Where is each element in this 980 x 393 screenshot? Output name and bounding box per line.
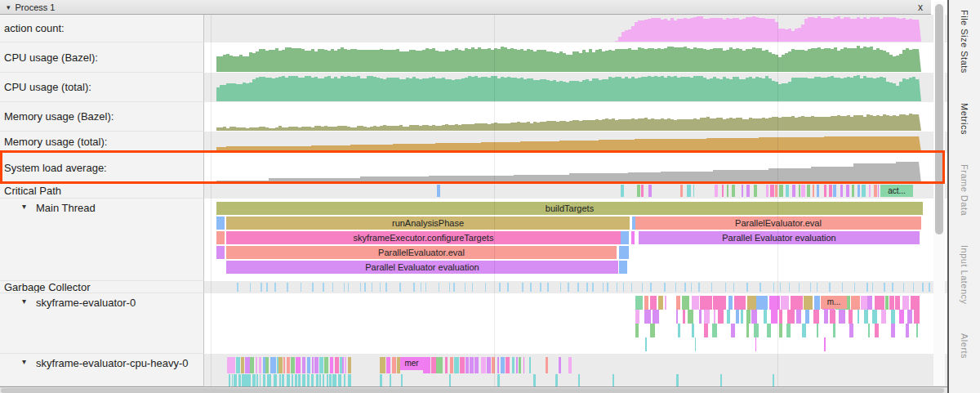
trace-span[interactable]: Parallel Evaluator evaluation	[226, 261, 618, 274]
trace-event-bar[interactable]	[279, 374, 281, 386]
trace-event-bar[interactable]	[302, 357, 305, 373]
trace-event-bar[interactable]	[250, 283, 251, 292]
trace-event-bar[interactable]	[631, 283, 632, 292]
trace-event-bar[interactable]	[533, 374, 536, 386]
trace-event-bar[interactable]	[792, 185, 795, 197]
track-label-cpu-total[interactable]: CPU usage (total):	[0, 73, 204, 102]
trace-event-bar[interactable]	[519, 357, 521, 373]
close-icon[interactable]: x	[916, 2, 924, 13]
trace-event-bar[interactable]	[911, 296, 920, 310]
trace-event-bar[interactable]	[805, 310, 809, 324]
trace-event-bar[interactable]	[829, 185, 832, 197]
trace-event-bar[interactable]	[233, 357, 235, 373]
trace-event-bar[interactable]	[767, 324, 771, 337]
trace-event-bar[interactable]	[779, 324, 782, 337]
trace-event-bar[interactable]	[474, 357, 479, 373]
collapse-triangle-icon[interactable]: ▾	[22, 297, 26, 306]
trace-span[interactable]: skyframeExecutor.configureTargets	[226, 231, 621, 244]
track-label-mem-bazel[interactable]: Memory usage (Bazel):	[0, 102, 204, 132]
trace-span[interactable]	[619, 261, 627, 274]
trace-event-bar[interactable]	[840, 185, 843, 197]
trace-event-bar[interactable]	[256, 357, 257, 373]
trace-event-bar[interactable]	[421, 283, 421, 292]
trace-event-bar[interactable]	[851, 296, 860, 310]
trace-event-badge[interactable]: mer	[400, 357, 423, 370]
trace-event-bar[interactable]	[903, 283, 904, 292]
trace-event-bar[interactable]	[678, 324, 680, 337]
trace-event-bar[interactable]	[263, 374, 265, 386]
counter-chart-sys-load[interactable]	[204, 153, 947, 184]
trace-event-bar[interactable]	[329, 374, 332, 386]
trace-event-bar[interactable]	[732, 185, 735, 197]
trace-event-bar[interactable]	[453, 283, 455, 292]
trace-event-bar[interactable]	[799, 185, 800, 197]
trace-event-bar[interactable]	[891, 324, 895, 337]
trace-event-bar[interactable]	[771, 310, 777, 324]
trace-event-bar[interactable]	[675, 283, 676, 292]
trace-event-bar[interactable]	[307, 357, 310, 373]
trace-event-bar[interactable]	[814, 296, 820, 310]
tab-metrics[interactable]: Metrics	[960, 103, 969, 135]
trace-event-bar[interactable]	[734, 296, 746, 310]
trace-event-bar[interactable]	[802, 324, 806, 337]
trace-event-bar[interactable]	[523, 357, 524, 373]
trace-event-bar[interactable]	[895, 296, 900, 310]
trace-event-bar[interactable]	[868, 324, 870, 337]
trace-event-bar[interactable]	[497, 374, 500, 386]
trace-event-bar[interactable]	[907, 310, 912, 324]
collapse-triangle-icon[interactable]: ▾	[7, 3, 11, 11]
trace-event-bar[interactable]	[773, 283, 774, 292]
trace-event-bar[interactable]	[770, 185, 774, 197]
trace-event-bar[interactable]	[265, 357, 269, 373]
trace-span[interactable]	[216, 217, 225, 230]
trace-event-bar[interactable]	[232, 374, 233, 386]
trace-event-bar[interactable]	[603, 283, 604, 292]
critical-path-track[interactable]: act...	[204, 184, 947, 199]
trace-event-bar[interactable]	[568, 283, 569, 292]
trace-event-bar[interactable]	[742, 185, 743, 197]
trace-event-bar[interactable]	[344, 374, 345, 386]
trace-event-bar[interactable]	[332, 374, 336, 386]
trace-event-bar[interactable]	[688, 310, 693, 324]
trace-event-bar[interactable]	[869, 185, 871, 197]
trace-event-bar[interactable]	[731, 324, 735, 337]
trace-event-bar[interactable]	[465, 283, 466, 292]
trace-event-bar[interactable]	[839, 310, 845, 324]
trace-event-bar[interactable]	[485, 283, 486, 292]
trace-event-bar[interactable]	[229, 374, 230, 386]
trace-event-bar[interactable]	[238, 374, 241, 386]
trace-event-bar[interactable]	[578, 374, 580, 386]
trace-event-bar[interactable]	[364, 283, 366, 292]
trace-event-bar[interactable]	[645, 337, 647, 351]
trace-event-bar[interactable]	[401, 374, 403, 386]
trace-event-bar[interactable]	[399, 283, 401, 292]
trace-event-bar[interactable]	[348, 283, 349, 292]
trace-event-bar[interactable]	[733, 283, 734, 292]
trace-event-bar[interactable]	[635, 310, 639, 324]
trace-span[interactable]	[631, 231, 635, 244]
trace-event-bar[interactable]	[682, 296, 689, 310]
trace-event-bar[interactable]	[436, 357, 443, 373]
trace-event-bar[interactable]	[342, 357, 344, 373]
trace-event-bar[interactable]	[691, 283, 692, 292]
trace-event-bar[interactable]	[755, 337, 756, 351]
trace-event-bar[interactable]	[623, 283, 624, 292]
trace-event-bar[interactable]	[813, 185, 814, 197]
trace-event-bar[interactable]	[741, 310, 743, 324]
trace-event-bar[interactable]	[529, 357, 531, 373]
trace-event-bar[interactable]	[592, 283, 594, 292]
trace-event-bar[interactable]	[804, 296, 813, 310]
trace-event-bar[interactable]	[439, 283, 439, 292]
trace-event-bar[interactable]	[861, 296, 867, 310]
trace-event-bar[interactable]	[380, 357, 385, 373]
trace-event-bar[interactable]	[687, 185, 691, 197]
trace-event-bar[interactable]	[236, 357, 240, 373]
trace-event-bar[interactable]	[769, 296, 780, 310]
tab-alerts[interactable]: Alerts	[960, 333, 969, 359]
trace-event-bar[interactable]	[842, 283, 843, 292]
trace-event-bar[interactable]	[773, 374, 774, 386]
trace-event-bar[interactable]	[270, 357, 276, 373]
trace-event-bar[interactable]	[577, 283, 579, 292]
trace-event-bar[interactable]	[274, 374, 277, 386]
vertical-scrollbar[interactable]	[933, 2, 945, 386]
